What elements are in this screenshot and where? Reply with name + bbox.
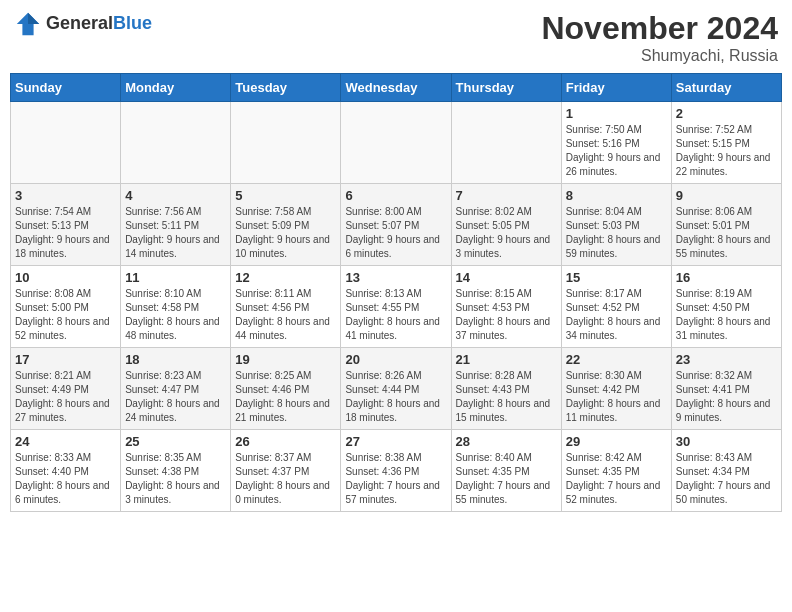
calendar-cell: 1Sunrise: 7:50 AM Sunset: 5:16 PM Daylig…: [561, 102, 671, 184]
calendar-cell: 12Sunrise: 8:11 AM Sunset: 4:56 PM Dayli…: [231, 266, 341, 348]
calendar-cell: [121, 102, 231, 184]
day-info: Sunrise: 8:40 AM Sunset: 4:35 PM Dayligh…: [456, 451, 557, 507]
calendar-cell: 14Sunrise: 8:15 AM Sunset: 4:53 PM Dayli…: [451, 266, 561, 348]
month-title: November 2024: [541, 10, 778, 47]
day-number: 25: [125, 434, 226, 449]
calendar-cell: 11Sunrise: 8:10 AM Sunset: 4:58 PM Dayli…: [121, 266, 231, 348]
calendar-header-monday: Monday: [121, 74, 231, 102]
logo-icon: [14, 10, 42, 38]
day-info: Sunrise: 7:58 AM Sunset: 5:09 PM Dayligh…: [235, 205, 336, 261]
day-info: Sunrise: 8:33 AM Sunset: 4:40 PM Dayligh…: [15, 451, 116, 507]
calendar-week-row: 24Sunrise: 8:33 AM Sunset: 4:40 PM Dayli…: [11, 430, 782, 512]
calendar-cell: 8Sunrise: 8:04 AM Sunset: 5:03 PM Daylig…: [561, 184, 671, 266]
day-number: 28: [456, 434, 557, 449]
day-info: Sunrise: 8:10 AM Sunset: 4:58 PM Dayligh…: [125, 287, 226, 343]
calendar-cell: [341, 102, 451, 184]
day-info: Sunrise: 8:23 AM Sunset: 4:47 PM Dayligh…: [125, 369, 226, 425]
day-info: Sunrise: 8:15 AM Sunset: 4:53 PM Dayligh…: [456, 287, 557, 343]
calendar-header-saturday: Saturday: [671, 74, 781, 102]
day-info: Sunrise: 8:11 AM Sunset: 4:56 PM Dayligh…: [235, 287, 336, 343]
calendar-cell: 2Sunrise: 7:52 AM Sunset: 5:15 PM Daylig…: [671, 102, 781, 184]
calendar-header-sunday: Sunday: [11, 74, 121, 102]
day-info: Sunrise: 8:32 AM Sunset: 4:41 PM Dayligh…: [676, 369, 777, 425]
day-info: Sunrise: 8:04 AM Sunset: 5:03 PM Dayligh…: [566, 205, 667, 261]
calendar-cell: [231, 102, 341, 184]
location-title: Shumyachi, Russia: [541, 47, 778, 65]
calendar-header-row: SundayMondayTuesdayWednesdayThursdayFrid…: [11, 74, 782, 102]
day-number: 16: [676, 270, 777, 285]
day-number: 21: [456, 352, 557, 367]
calendar-cell: 29Sunrise: 8:42 AM Sunset: 4:35 PM Dayli…: [561, 430, 671, 512]
day-info: Sunrise: 8:42 AM Sunset: 4:35 PM Dayligh…: [566, 451, 667, 507]
calendar-cell: 3Sunrise: 7:54 AM Sunset: 5:13 PM Daylig…: [11, 184, 121, 266]
calendar-cell: 10Sunrise: 8:08 AM Sunset: 5:00 PM Dayli…: [11, 266, 121, 348]
calendar-cell: [451, 102, 561, 184]
day-number: 7: [456, 188, 557, 203]
day-number: 15: [566, 270, 667, 285]
day-info: Sunrise: 8:08 AM Sunset: 5:00 PM Dayligh…: [15, 287, 116, 343]
day-number: 4: [125, 188, 226, 203]
day-info: Sunrise: 8:38 AM Sunset: 4:36 PM Dayligh…: [345, 451, 446, 507]
calendar-cell: 9Sunrise: 8:06 AM Sunset: 5:01 PM Daylig…: [671, 184, 781, 266]
day-number: 8: [566, 188, 667, 203]
calendar-cell: 16Sunrise: 8:19 AM Sunset: 4:50 PM Dayli…: [671, 266, 781, 348]
calendar-cell: 15Sunrise: 8:17 AM Sunset: 4:52 PM Dayli…: [561, 266, 671, 348]
day-number: 30: [676, 434, 777, 449]
calendar-header-wednesday: Wednesday: [341, 74, 451, 102]
calendar-week-row: 17Sunrise: 8:21 AM Sunset: 4:49 PM Dayli…: [11, 348, 782, 430]
day-info: Sunrise: 8:13 AM Sunset: 4:55 PM Dayligh…: [345, 287, 446, 343]
day-number: 18: [125, 352, 226, 367]
day-info: Sunrise: 8:19 AM Sunset: 4:50 PM Dayligh…: [676, 287, 777, 343]
day-info: Sunrise: 8:43 AM Sunset: 4:34 PM Dayligh…: [676, 451, 777, 507]
calendar-header-thursday: Thursday: [451, 74, 561, 102]
day-info: Sunrise: 7:56 AM Sunset: 5:11 PM Dayligh…: [125, 205, 226, 261]
calendar-header-friday: Friday: [561, 74, 671, 102]
calendar-cell: 17Sunrise: 8:21 AM Sunset: 4:49 PM Dayli…: [11, 348, 121, 430]
calendar-cell: 24Sunrise: 8:33 AM Sunset: 4:40 PM Dayli…: [11, 430, 121, 512]
day-number: 2: [676, 106, 777, 121]
day-number: 12: [235, 270, 336, 285]
day-info: Sunrise: 8:26 AM Sunset: 4:44 PM Dayligh…: [345, 369, 446, 425]
calendar-cell: 19Sunrise: 8:25 AM Sunset: 4:46 PM Dayli…: [231, 348, 341, 430]
calendar-header-tuesday: Tuesday: [231, 74, 341, 102]
calendar-cell: 25Sunrise: 8:35 AM Sunset: 4:38 PM Dayli…: [121, 430, 231, 512]
day-info: Sunrise: 8:25 AM Sunset: 4:46 PM Dayligh…: [235, 369, 336, 425]
calendar-week-row: 3Sunrise: 7:54 AM Sunset: 5:13 PM Daylig…: [11, 184, 782, 266]
day-number: 27: [345, 434, 446, 449]
day-number: 9: [676, 188, 777, 203]
day-info: Sunrise: 7:50 AM Sunset: 5:16 PM Dayligh…: [566, 123, 667, 179]
logo: GeneralBlue: [14, 10, 152, 38]
calendar-table: SundayMondayTuesdayWednesdayThursdayFrid…: [10, 73, 782, 512]
day-number: 23: [676, 352, 777, 367]
day-number: 29: [566, 434, 667, 449]
calendar-cell: 21Sunrise: 8:28 AM Sunset: 4:43 PM Dayli…: [451, 348, 561, 430]
calendar-cell: 26Sunrise: 8:37 AM Sunset: 4:37 PM Dayli…: [231, 430, 341, 512]
calendar-cell: 18Sunrise: 8:23 AM Sunset: 4:47 PM Dayli…: [121, 348, 231, 430]
calendar-cell: 4Sunrise: 7:56 AM Sunset: 5:11 PM Daylig…: [121, 184, 231, 266]
day-info: Sunrise: 8:37 AM Sunset: 4:37 PM Dayligh…: [235, 451, 336, 507]
calendar-cell: 13Sunrise: 8:13 AM Sunset: 4:55 PM Dayli…: [341, 266, 451, 348]
day-info: Sunrise: 8:28 AM Sunset: 4:43 PM Dayligh…: [456, 369, 557, 425]
calendar-week-row: 10Sunrise: 8:08 AM Sunset: 5:00 PM Dayli…: [11, 266, 782, 348]
day-number: 10: [15, 270, 116, 285]
day-info: Sunrise: 8:00 AM Sunset: 5:07 PM Dayligh…: [345, 205, 446, 261]
day-number: 11: [125, 270, 226, 285]
day-number: 22: [566, 352, 667, 367]
day-info: Sunrise: 7:54 AM Sunset: 5:13 PM Dayligh…: [15, 205, 116, 261]
day-number: 3: [15, 188, 116, 203]
day-number: 13: [345, 270, 446, 285]
calendar-cell: 22Sunrise: 8:30 AM Sunset: 4:42 PM Dayli…: [561, 348, 671, 430]
page-header: GeneralBlue November 2024 Shumyachi, Rus…: [10, 10, 782, 65]
day-number: 1: [566, 106, 667, 121]
calendar-cell: 6Sunrise: 8:00 AM Sunset: 5:07 PM Daylig…: [341, 184, 451, 266]
calendar-cell: 28Sunrise: 8:40 AM Sunset: 4:35 PM Dayli…: [451, 430, 561, 512]
day-info: Sunrise: 8:17 AM Sunset: 4:52 PM Dayligh…: [566, 287, 667, 343]
calendar-cell: 30Sunrise: 8:43 AM Sunset: 4:34 PM Dayli…: [671, 430, 781, 512]
day-info: Sunrise: 8:30 AM Sunset: 4:42 PM Dayligh…: [566, 369, 667, 425]
day-info: Sunrise: 8:35 AM Sunset: 4:38 PM Dayligh…: [125, 451, 226, 507]
day-number: 17: [15, 352, 116, 367]
day-number: 24: [15, 434, 116, 449]
day-number: 14: [456, 270, 557, 285]
svg-marker-1: [28, 13, 39, 24]
day-info: Sunrise: 8:02 AM Sunset: 5:05 PM Dayligh…: [456, 205, 557, 261]
